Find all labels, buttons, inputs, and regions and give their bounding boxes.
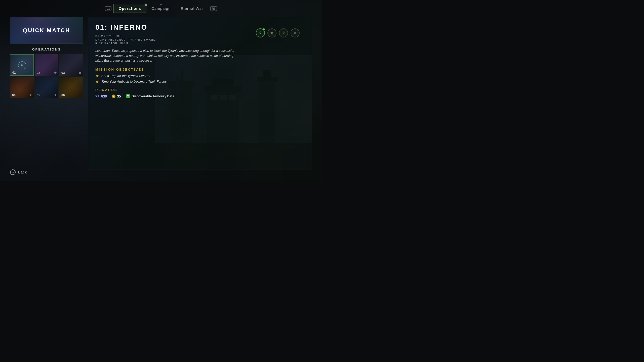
mission-04-icon xyxy=(29,94,32,97)
back-button-label: Back xyxy=(18,170,27,174)
xp-label: XP xyxy=(95,95,100,98)
mission-detail-panel: ☠ ☠ ✕ 01: INFERNO xyxy=(88,17,312,169)
tab-campaign[interactable]: Campaign xyxy=(146,4,176,13)
objectives-title: MISSION OBJECTIVES xyxy=(95,68,305,71)
mission-04[interactable]: 04 xyxy=(10,77,34,98)
player-slot-2 xyxy=(267,28,276,37)
mission-description: Lieutenant Titus has proposed a plan to … xyxy=(95,48,241,63)
mission-04-num: 04 xyxy=(12,94,15,97)
navigation-bar: ▼ L1 Operations Campaign Eternal War R1 xyxy=(0,0,322,13)
mission-01[interactable]: 01 xyxy=(10,54,34,76)
back-button[interactable]: ○ Back xyxy=(10,169,27,175)
diamond-icon-2 xyxy=(270,31,274,35)
mission-01-num: 01 xyxy=(12,71,16,74)
tab-eternal-war[interactable]: Eternal War xyxy=(176,4,208,13)
currency-reward: ● 35 xyxy=(112,94,121,98)
mission-02-icon xyxy=(54,71,57,75)
quick-match-label: QUICK MATCH xyxy=(23,27,70,34)
currency-value: 35 xyxy=(117,94,121,98)
objective-1-icon xyxy=(95,74,99,77)
nav-right-hint: R1 xyxy=(210,6,217,11)
objective-2-text: Time Your Ambush to Decimate Their Force… xyxy=(101,80,168,83)
missions-grid: 01 02 03 xyxy=(10,54,83,98)
left-panel: QUICK MATCH OPERATIONS 01 02 xyxy=(10,17,83,169)
mission-05-icon xyxy=(54,94,57,97)
player-slot-3: ☠ xyxy=(279,28,288,37)
special-reward-text: Discoverable Armoury Data xyxy=(132,94,174,98)
player-slot-1: ☠ xyxy=(256,28,265,37)
mission-03-num: 03 xyxy=(61,71,65,75)
svg-point-15 xyxy=(231,147,262,155)
special-reward: Discoverable Armoury Data xyxy=(126,94,174,98)
xp-reward: XP 630 xyxy=(95,94,107,98)
skull-icon-1: ☠ xyxy=(259,31,262,35)
objective-2-icon xyxy=(95,80,99,83)
mission-02[interactable]: 02 xyxy=(35,54,58,76)
rewards-section: REWARDS XP 630 ● 35 xyxy=(95,88,305,98)
mission-06-num: 06 xyxy=(61,94,65,97)
objectives-list: Set a Trap for the Tyranid Swarm. Time Y… xyxy=(95,74,305,83)
tab-operations[interactable]: Operations xyxy=(113,4,146,13)
mission-03[interactable]: 03 xyxy=(59,54,83,76)
svg-point-18 xyxy=(128,96,128,97)
currency-icon: ● xyxy=(112,95,115,98)
mission-05-num: 05 xyxy=(37,94,40,97)
enemy-line: ENEMY PRESENCE: TYRANID SWARM xyxy=(95,38,305,41)
back-button-icon: ○ xyxy=(10,169,16,175)
active-reticle xyxy=(18,61,26,69)
quick-match-banner[interactable]: QUICK MATCH xyxy=(10,17,83,43)
armoury-icon xyxy=(126,94,130,98)
operations-section-label: OPERATIONS xyxy=(10,48,83,51)
risk-line: RISK FACTOR: HIGH xyxy=(95,42,305,45)
objective-1-text: Set a Trap for the Tyranid Swarm. xyxy=(101,74,150,78)
rewards-row: XP 630 ● 35 Discoverable Armoury Data xyxy=(95,94,305,98)
active-indicator-1 xyxy=(263,28,265,31)
rewards-title: REWARDS xyxy=(95,88,305,92)
svg-point-16 xyxy=(276,145,295,150)
xp-value: 630 xyxy=(101,94,107,98)
nav-left-hint: L1 xyxy=(105,6,111,11)
mission-06[interactable]: 06 xyxy=(59,77,83,98)
mission-03-icon xyxy=(78,71,82,75)
objective-2: Time Your Ambush to Decimate Their Force… xyxy=(95,80,305,83)
x-icon-4: ✕ xyxy=(294,31,297,35)
player-slot-4: ✕ xyxy=(291,28,300,37)
mission-02-num: 02 xyxy=(37,71,40,75)
objective-1: Set a Trap for the Tyranid Swarm. xyxy=(95,74,305,78)
player-icons: ☠ ☠ ✕ xyxy=(256,28,300,37)
svg-point-14 xyxy=(184,145,205,152)
mission-05[interactable]: 05 xyxy=(35,77,58,98)
skull-icon-3: ☠ xyxy=(282,31,285,35)
